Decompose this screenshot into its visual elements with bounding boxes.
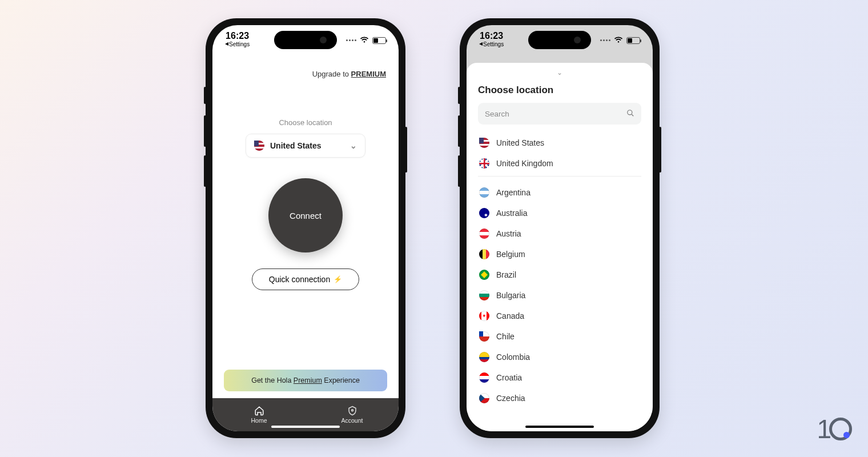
status-time: 16:23 — [479, 31, 504, 41]
sheet-collapse-handle[interactable]: ⌄ — [478, 69, 641, 77]
flag-hr-icon — [479, 372, 489, 383]
selected-country-name: United States — [270, 141, 321, 150]
country-row-cz[interactable]: Czechia — [478, 388, 641, 408]
phone-location-sheet: 16:23 Settings ⌄ Choose location Search … — [460, 18, 660, 438]
flag-us-icon — [254, 141, 264, 151]
location-sheet: ⌄ Choose location Search United StatesUn… — [467, 63, 653, 431]
country-name: Canada — [496, 311, 524, 320]
country-name: Bulgaria — [496, 291, 525, 300]
search-input[interactable]: Search — [478, 103, 641, 125]
country-name: Australia — [496, 209, 527, 218]
choose-location-label: Choose location — [212, 118, 399, 127]
country-name: United Kingdom — [496, 159, 553, 168]
status-back-to-settings[interactable]: Settings — [479, 41, 504, 47]
list-divider — [478, 176, 641, 177]
country-row-at[interactable]: Austria — [478, 223, 641, 244]
country-row-co[interactable]: Colombia — [478, 347, 641, 367]
account-icon — [347, 406, 357, 416]
search-icon — [626, 109, 634, 119]
location-selector[interactable]: United States ⌄ — [246, 134, 365, 158]
lightning-icon: ⚡ — [333, 275, 342, 283]
status-back-to-settings[interactable]: Settings — [225, 41, 250, 47]
country-row-br[interactable]: Brazil — [478, 264, 641, 285]
country-name: Belgium — [496, 250, 525, 259]
search-placeholder: Search — [485, 110, 509, 118]
home-icon — [254, 406, 264, 416]
country-row-ar[interactable]: Argentina — [478, 182, 641, 203]
device-notch — [274, 31, 337, 49]
battery-icon — [626, 37, 640, 44]
country-row-bg[interactable]: Bulgaria — [478, 285, 641, 306]
svg-point-0 — [351, 410, 353, 411]
phone-home-screen: 16:23 Settings Upgrade to PREMIUM Choose… — [206, 18, 405, 438]
flag-br-icon — [479, 270, 489, 280]
country-name: Czechia — [496, 394, 525, 403]
watermark-logo: 1 — [817, 414, 852, 444]
svg-point-1 — [628, 110, 632, 114]
cellular-signal-icon — [600, 39, 610, 41]
cellular-signal-icon — [346, 39, 356, 41]
upgrade-premium-link[interactable]: Upgrade to PREMIUM — [212, 70, 399, 78]
country-list[interactable]: United StatesUnited KingdomArgentinaAust… — [478, 133, 641, 431]
country-name: Argentina — [496, 188, 531, 197]
country-row-us[interactable]: United States — [478, 133, 641, 153]
flag-au-icon — [479, 208, 489, 218]
country-name: Brazil — [496, 270, 516, 279]
country-row-au[interactable]: Australia — [478, 203, 641, 223]
sheet-title: Choose location — [478, 85, 641, 96]
country-row-cl[interactable]: Chile — [478, 326, 641, 347]
status-time: 16:23 — [225, 31, 250, 41]
device-notch — [528, 31, 591, 49]
country-name: Colombia — [496, 352, 530, 362]
country-row-be[interactable]: Belgium — [478, 244, 641, 264]
flag-at-icon — [479, 228, 489, 239]
flag-cl-icon — [479, 331, 489, 342]
flag-uk-icon — [479, 158, 489, 169]
premium-banner[interactable]: Get the Hola Premium Experience — [224, 370, 387, 391]
battery-icon — [372, 37, 386, 44]
country-name: Austria — [496, 229, 521, 238]
flag-us-icon — [479, 138, 489, 148]
flag-ar-icon — [479, 187, 489, 198]
connect-button[interactable]: Connect — [268, 178, 343, 252]
country-name: Croatia — [496, 373, 522, 382]
quick-connection-button[interactable]: Quick connection ⚡ — [252, 268, 359, 290]
wifi-icon — [614, 35, 623, 45]
flag-ca-icon — [479, 311, 489, 321]
country-row-ca[interactable]: Canada — [478, 306, 641, 326]
chevron-down-icon: ⌄ — [350, 141, 357, 150]
flag-bg-icon — [479, 290, 489, 300]
country-row-uk[interactable]: United Kingdom — [478, 153, 641, 174]
flag-be-icon — [479, 249, 489, 259]
home-indicator[interactable] — [271, 426, 340, 428]
wifi-icon — [360, 35, 369, 45]
flag-co-icon — [479, 352, 489, 362]
country-name: United States — [496, 138, 544, 147]
flag-cz-icon — [479, 393, 489, 403]
country-row-hr[interactable]: Croatia — [478, 367, 641, 388]
home-indicator[interactable] — [525, 426, 594, 428]
country-name: Chile — [496, 332, 515, 341]
